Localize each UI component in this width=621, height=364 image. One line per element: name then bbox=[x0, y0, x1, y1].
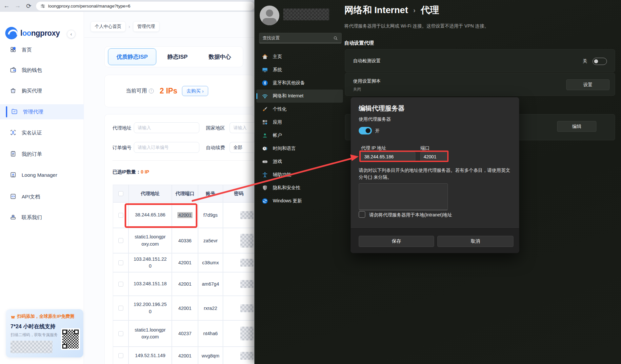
table-cell-account: nt4ha6 bbox=[198, 320, 223, 347]
breadcrumb-home[interactable]: 个人中心首页 bbox=[91, 22, 125, 31]
support-promo-card: 扫码添加，全球原生IP免费测 7*24 小时在线支持 扫描二维码，获取专属服务 bbox=[6, 309, 83, 357]
sidebar-item-首页[interactable]: 首页 bbox=[0, 42, 84, 57]
title-current: 代理 bbox=[421, 4, 439, 16]
bypass-note: 请勿对以下列条目开头的地址使用代理服务器。若有多个条目，请使用英文分号(;) 来… bbox=[359, 167, 514, 181]
privacy-icon bbox=[262, 185, 268, 191]
breadcrumb-current: 管理代理 bbox=[133, 22, 159, 31]
edit-proxy-button[interactable]: 编辑 bbox=[557, 121, 596, 132]
table-cell-proxy-port: 42001 bbox=[172, 253, 198, 272]
settings-nav-网络和-internet[interactable]: 网络和 Internet bbox=[256, 90, 343, 103]
row-checkbox[interactable] bbox=[118, 353, 123, 358]
select-all-checkbox[interactable] bbox=[118, 191, 123, 196]
settings-nav-时间和语言[interactable]: 时间和语言 bbox=[256, 142, 343, 155]
table-cell-account: wvg8qm bbox=[198, 347, 223, 364]
settings-search-input[interactable]: 查找设置 bbox=[259, 33, 342, 43]
filter-country-input[interactable]: 请输入 bbox=[230, 122, 254, 133]
settings-nav-系统[interactable]: 系统 bbox=[256, 63, 343, 76]
available-label: 当前可用 bbox=[126, 88, 147, 94]
row-checkbox[interactable] bbox=[118, 282, 123, 287]
tab-datacenter[interactable]: 数据中心 bbox=[199, 53, 241, 61]
script-setup-button[interactable]: 设置 bbox=[566, 79, 610, 90]
site-settings-tune-icon[interactable] bbox=[40, 3, 46, 9]
url-text: loongproxy.com/personal/manage?type=6 bbox=[48, 4, 130, 9]
sidebar-item-联系我们[interactable]: 联系我们 bbox=[0, 210, 84, 225]
script-state: 关闭 bbox=[353, 87, 361, 92]
avatar[interactable] bbox=[260, 6, 279, 25]
table-header-addr: 代理地址 bbox=[129, 185, 172, 202]
autodetect-label: 自动检测设置 bbox=[353, 58, 381, 64]
filter-renew-select[interactable]: 全部 bbox=[230, 142, 254, 153]
settings-nav-辅助功能[interactable]: 辅助功能 bbox=[256, 168, 343, 181]
settings-nav-蓝牙和其他设备[interactable]: 蓝牙和其他设备 bbox=[256, 76, 343, 90]
home-icon bbox=[262, 53, 268, 60]
settings-nav-windows-更新[interactable]: Windows 更新 bbox=[256, 194, 343, 208]
gift-icon bbox=[10, 314, 15, 319]
cancel-button[interactable]: 取消 bbox=[437, 236, 513, 247]
sidebar-collapse-button[interactable]: ‹ bbox=[67, 30, 75, 38]
sidebar-item-购买代理[interactable]: 购买代理 bbox=[0, 83, 84, 98]
settings-nav-隐私和安全性[interactable]: 隐私和安全性 bbox=[256, 181, 343, 194]
settings-nav-label: 系统 bbox=[273, 67, 282, 73]
settings-nav-游戏[interactable]: 游戏 bbox=[256, 155, 343, 168]
promo-headline: 扫码添加，全球原生IP免费测 bbox=[10, 313, 74, 319]
intranet-checkbox[interactable] bbox=[359, 211, 365, 218]
censored-username bbox=[283, 9, 329, 20]
row-checkbox[interactable] bbox=[118, 306, 123, 311]
table-cell-password bbox=[223, 320, 254, 347]
settings-nav-个性化[interactable]: 个性化 bbox=[256, 103, 343, 116]
sidebar-item-loong-manager[interactable]: Loong Manager bbox=[0, 168, 84, 183]
tab-premium-static-isp[interactable]: 优质静态ISP bbox=[108, 48, 156, 65]
buy-button[interactable]: 去购买› bbox=[182, 86, 208, 96]
sidebar-item-api文档[interactable]: API文档 bbox=[0, 189, 84, 204]
sidebar-item-label: 首页 bbox=[22, 47, 32, 53]
grid-icon bbox=[10, 46, 17, 53]
tab-static-isp[interactable]: 静态ISP bbox=[156, 53, 199, 61]
save-button[interactable]: 保存 bbox=[359, 236, 434, 247]
header-divider bbox=[84, 37, 254, 38]
table-cell-proxy-address: 103.248.151.220 bbox=[129, 253, 172, 272]
available-count: 2 IPs bbox=[160, 87, 177, 95]
info-icon[interactable]: ! bbox=[149, 89, 154, 93]
settings-nav-主页[interactable]: 主页 bbox=[256, 50, 343, 63]
autodetect-toggle[interactable] bbox=[592, 58, 607, 65]
browser-toolbar: ← → ⟳ loongproxy.com/personal/manage?typ… bbox=[0, 0, 254, 12]
row-checkbox[interactable] bbox=[118, 260, 123, 265]
download-icon bbox=[10, 172, 17, 179]
row-checkbox[interactable] bbox=[118, 238, 123, 243]
sidebar-item-实名认证[interactable]: 实名认证 bbox=[0, 125, 84, 140]
available-ips-card: 当前可用 ! 2 IPs 去购买› bbox=[104, 75, 254, 107]
bypass-list-textarea[interactable] bbox=[359, 183, 448, 210]
back-icon[interactable]: ← bbox=[2, 1, 11, 10]
screenshot-stage: ← → ⟳ loongproxy.com/personal/manage?typ… bbox=[0, 0, 621, 364]
time-language-icon bbox=[262, 145, 268, 152]
filter-addr-input[interactable]: 请输入 bbox=[134, 122, 199, 133]
censored-password bbox=[240, 211, 253, 219]
settings-nav-应用[interactable]: 应用 bbox=[256, 116, 343, 129]
filter-order-label: 订单编号 bbox=[112, 145, 131, 151]
sidebar-item-管理代理[interactable]: 管理代理 bbox=[0, 104, 84, 119]
reload-icon[interactable]: ⟳ bbox=[24, 1, 33, 10]
table-cell-password bbox=[223, 347, 254, 364]
settings-nav-label: 主页 bbox=[273, 54, 282, 60]
censored-password bbox=[240, 280, 253, 288]
title-parent[interactable]: 网络和 Internet bbox=[344, 4, 408, 16]
script-label: 使用设置脚本 bbox=[353, 78, 381, 84]
sidebar-item-label: API文档 bbox=[22, 193, 40, 200]
personalization-icon bbox=[262, 106, 268, 112]
settings-subtitle: 将代理服务器用于以太网或 Wi-Fi 连接。这些设置不适用于 VPN 连接。 bbox=[344, 23, 489, 29]
forward-icon[interactable]: → bbox=[13, 1, 22, 10]
sidebar-item-我的订单[interactable]: 我的订单 bbox=[0, 147, 84, 162]
table-cell-proxy-port: 42001 bbox=[172, 296, 198, 320]
row-checkbox[interactable] bbox=[118, 213, 123, 218]
settings-nav-帐户[interactable]: 帐户 bbox=[256, 129, 343, 142]
loongproxy-logo[interactable]: loongproxy bbox=[5, 27, 60, 39]
row-checkbox[interactable] bbox=[118, 331, 123, 336]
filter-country-label: 国家地区 bbox=[206, 125, 225, 131]
settings-nav-label: 游戏 bbox=[273, 159, 282, 165]
address-bar[interactable]: loongproxy.com/personal/manage?type=6 bbox=[36, 2, 254, 10]
sidebar-item-我的钱包[interactable]: 我的钱包 bbox=[0, 63, 84, 78]
filter-order-input[interactable]: 请输入订单编号 bbox=[134, 142, 199, 153]
dialog-title: 编辑代理服务器 bbox=[359, 104, 405, 113]
use-proxy-toggle[interactable] bbox=[359, 127, 372, 134]
proxy-type-tabs: 优质静态ISP 静态ISP 数据中心 bbox=[104, 46, 243, 67]
